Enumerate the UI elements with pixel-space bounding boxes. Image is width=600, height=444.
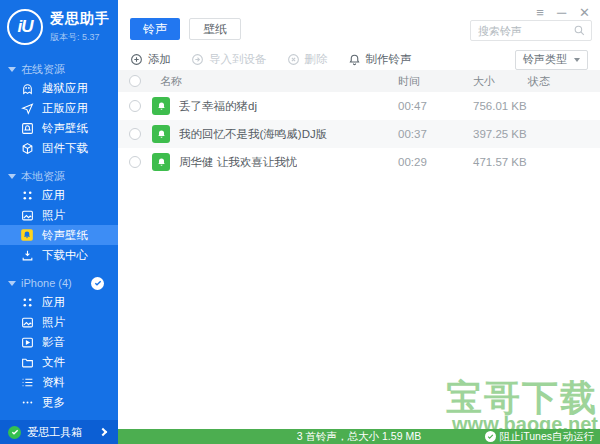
ringtone-type-dropdown[interactable]: 铃声类型	[515, 50, 588, 70]
ringtone-time: 00:47	[398, 100, 473, 112]
sidebar-item-label: 应用	[42, 295, 65, 310]
sidebar-item-label: 固件下载	[42, 141, 88, 156]
content-tabs: 铃声 壁纸	[130, 18, 241, 40]
caret-down-icon	[8, 67, 16, 72]
import-circle-icon	[191, 53, 204, 66]
ringtone-name: 我的回忆不是我(海鸣威)DJ版	[179, 127, 327, 142]
sidebar-toolbox-button[interactable]: 爱思工具箱	[0, 420, 118, 444]
sidebar-item-device-files[interactable]: 文件	[0, 352, 118, 372]
caret-down-icon	[8, 281, 16, 286]
more-dots-icon	[20, 395, 34, 409]
check-circle-icon	[485, 431, 496, 442]
sidebar-item-device-photos[interactable]: 照片	[0, 312, 118, 332]
section-label: 本地资源	[21, 169, 65, 184]
sidebar-section-online[interactable]: 在线资源	[0, 60, 118, 78]
chevron-down-icon	[574, 58, 580, 62]
sidebar-item-label: 下载中心	[42, 248, 88, 263]
sidebar-item-label: 照片	[42, 208, 65, 223]
add-button-label: 添加	[148, 52, 171, 67]
add-button[interactable]: 添加	[130, 52, 171, 67]
sidebar-item-device-apps[interactable]: 应用	[0, 292, 118, 312]
close-icon[interactable]: ✕	[579, 6, 590, 19]
row-checkbox[interactable]	[129, 100, 141, 112]
grid-icon	[20, 295, 34, 309]
delete-button[interactable]: 删除	[287, 52, 328, 67]
app-window: iU 爱思助手 版本号: 5.37 在线资源 越狱应用 正版应用	[0, 0, 600, 444]
sidebar-item-device-info[interactable]: 资料	[0, 372, 118, 392]
chevron-right-icon	[99, 428, 107, 436]
header-size[interactable]: 大小	[473, 74, 528, 89]
make-ringtone-label: 制作铃声	[366, 52, 412, 67]
sidebar-item-label: 铃声壁纸	[42, 121, 88, 136]
import-button-label: 导入到设备	[209, 52, 267, 67]
import-to-device-button[interactable]: 导入到设备	[191, 52, 267, 67]
menu-icon[interactable]: ≡	[536, 6, 544, 19]
toolbox-label: 爱思工具箱	[27, 425, 94, 440]
select-all-checkbox[interactable]	[129, 75, 141, 87]
sidebar-item-label: 文件	[42, 355, 65, 370]
header-status[interactable]: 状态	[528, 74, 600, 89]
watermark: 宝哥下载 www.baoge.net	[446, 380, 598, 434]
sidebar-item-device-media[interactable]: 影音	[0, 332, 118, 352]
minimize-icon[interactable]: ─	[557, 6, 566, 19]
ringtone-size: 756.01 KB	[473, 100, 528, 112]
ringtone-time: 00:37	[398, 128, 473, 140]
app-logo-icon: iU	[7, 9, 43, 45]
main-panel: ≡ ─ ✕ 铃声 壁纸 添加 导入到设备 删除	[118, 0, 600, 444]
sidebar-item-local-photos[interactable]: 照片	[0, 205, 118, 225]
sidebar: iU 爱思助手 版本号: 5.37 在线资源 越狱应用 正版应用	[0, 0, 118, 444]
cube-icon	[20, 141, 34, 155]
delete-circle-icon	[287, 53, 300, 66]
ringtone-type-label: 铃声类型	[523, 52, 567, 67]
table-row[interactable]: 丢了幸福的猪dj 00:47 756.01 KB	[118, 92, 600, 120]
tab-ringtone[interactable]: 铃声	[130, 18, 180, 40]
sidebar-item-label: 资料	[42, 375, 65, 390]
download-icon	[20, 248, 34, 262]
grid-icon	[20, 188, 34, 202]
ringtone-size: 471.57 KB	[473, 156, 528, 168]
search-icon[interactable]	[573, 24, 586, 37]
ringtone-time: 00:29	[398, 156, 473, 168]
ringtone-size: 397.25 KB	[473, 128, 528, 140]
bell-icon	[348, 53, 361, 66]
sidebar-section-local[interactable]: 本地资源	[0, 167, 118, 185]
ringtone-name: 周华健 让我欢喜让我忧	[179, 155, 297, 170]
photo-icon	[20, 315, 34, 329]
header-name[interactable]: 名称	[152, 74, 398, 89]
bell-yellow-icon	[20, 228, 34, 242]
sidebar-item-download-center[interactable]: 下载中心	[0, 245, 118, 265]
table-row[interactable]: 周华健 让我欢喜让我忧 00:29 471.57 KB	[118, 148, 600, 176]
sidebar-section-iphone[interactable]: iPhone (4)	[0, 274, 118, 292]
table-row[interactable]: 我的回忆不是我(海鸣威)DJ版 00:37 397.25 KB	[118, 120, 600, 148]
make-ringtone-button[interactable]: 制作铃声	[348, 52, 412, 67]
ringtone-table: 名称 时间 大小 状态 丢了幸福的猪dj 00:47 756.01 KB	[118, 70, 600, 176]
sidebar-item-ringtone-wallpaper-online[interactable]: 铃声壁纸	[0, 118, 118, 138]
sidebar-item-local-apps[interactable]: 应用	[0, 185, 118, 205]
sidebar-item-device-more[interactable]: 更多	[0, 392, 118, 412]
sidebar-item-genuine-apps[interactable]: 正版应用	[0, 98, 118, 118]
sidebar-item-jailbreak-apps[interactable]: 越狱应用	[0, 78, 118, 98]
sidebar-item-firmware-download[interactable]: 固件下载	[0, 138, 118, 158]
photo-icon	[20, 208, 34, 222]
sidebar-item-ringtone-wallpaper-local[interactable]: 铃声壁纸	[0, 225, 118, 245]
section-label: iPhone (4)	[21, 277, 72, 289]
bell-square-icon	[20, 121, 34, 135]
caret-down-icon	[8, 174, 16, 179]
sidebar-item-label: 影音	[42, 335, 65, 350]
row-checkbox[interactable]	[129, 128, 141, 140]
tab-wallpaper[interactable]: 壁纸	[189, 18, 241, 40]
header-time[interactable]: 时间	[398, 74, 473, 89]
row-checkbox[interactable]	[129, 156, 141, 168]
search-input[interactable]	[471, 25, 573, 37]
block-itunes-toggle[interactable]: 阻止iTunes自动运行	[485, 429, 594, 444]
ringtone-name: 丢了幸福的猪dj	[179, 99, 257, 114]
ringtone-file-icon	[152, 153, 170, 171]
paper-plane-icon	[20, 101, 34, 115]
list-icon	[20, 375, 34, 389]
search-box	[470, 20, 592, 41]
watermark-title: 宝哥下载	[446, 380, 598, 416]
folder-icon	[20, 355, 34, 369]
toolbox-check-icon	[8, 426, 21, 439]
sidebar-item-label: 越狱应用	[42, 81, 88, 96]
delete-button-label: 删除	[305, 52, 328, 67]
